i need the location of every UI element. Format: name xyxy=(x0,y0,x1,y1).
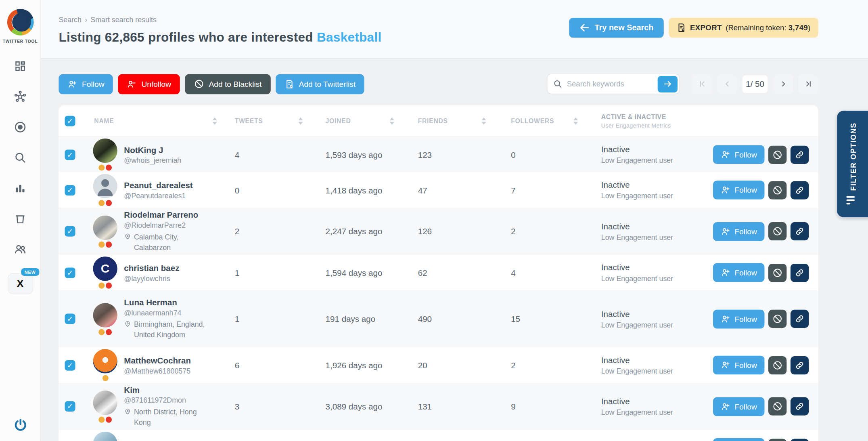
tweets-value: 3 xyxy=(225,402,311,411)
sort-name[interactable] xyxy=(213,117,217,124)
joined-value: 2,247 days ago xyxy=(311,227,402,236)
engagement-dots xyxy=(98,416,112,422)
filter-icon xyxy=(846,196,855,206)
row-follow-button[interactable]: Follow xyxy=(713,438,765,441)
engagement-dot xyxy=(98,283,105,289)
add-to-twitterlist-button[interactable]: Add to Twitterlist xyxy=(276,74,364,94)
status-badge: Inactive xyxy=(601,355,707,364)
title-keyword: Basketball xyxy=(317,30,382,44)
status-badge: Inactive xyxy=(601,309,707,318)
unfollow-bulk-button[interactable]: Unfollow xyxy=(118,74,180,94)
audience-target-icon[interactable] xyxy=(14,121,27,134)
row-blacklist-button[interactable] xyxy=(769,263,787,281)
analytics-icon[interactable] xyxy=(14,182,27,195)
row-profile-link-button[interactable] xyxy=(791,145,809,164)
row-checkbox[interactable]: ✓ xyxy=(65,267,75,278)
users-icon[interactable] xyxy=(14,243,27,256)
row-follow-button[interactable]: Follow xyxy=(713,309,765,328)
export-button[interactable]: EXPORT (Remaining token: 3,749) xyxy=(669,18,818,38)
row-profile-link-button[interactable] xyxy=(791,263,809,281)
app-logo[interactable]: TWITTER TOOL xyxy=(0,9,40,44)
row-blacklist-button[interactable] xyxy=(769,181,787,199)
row-checkbox[interactable]: ✓ xyxy=(65,149,75,160)
link-icon xyxy=(795,402,805,411)
sort-followers[interactable] xyxy=(573,117,578,124)
link-icon xyxy=(795,150,805,159)
row-checkbox[interactable]: ✓ xyxy=(65,401,75,412)
app-window: TWITTER TOOL X NEW Search›Smart search r… xyxy=(0,0,868,441)
location-pin-icon xyxy=(124,320,131,327)
keyword-search xyxy=(547,74,680,94)
row-profile-link-button[interactable] xyxy=(791,397,809,416)
export-note: (Remaining token: 3,749) xyxy=(726,23,810,32)
select-all-checkbox[interactable]: ✓ xyxy=(65,116,75,126)
row-blacklist-button[interactable] xyxy=(769,397,787,416)
row-profile-link-button[interactable] xyxy=(791,356,809,374)
sort-joined[interactable] xyxy=(390,117,394,124)
row-checkbox[interactable]: ✓ xyxy=(65,185,75,195)
dashboard-icon[interactable] xyxy=(14,60,27,73)
search-submit-button[interactable] xyxy=(658,76,678,92)
first-page-button[interactable] xyxy=(692,75,712,94)
try-new-search-button[interactable]: Try new Search xyxy=(569,18,663,38)
breadcrumb-separator: › xyxy=(85,15,87,24)
follow-bulk-button[interactable]: Follow xyxy=(59,74,113,94)
row-profile-link-button[interactable] xyxy=(791,222,809,240)
search-nav-icon[interactable] xyxy=(14,151,27,164)
sort-tweets[interactable] xyxy=(298,117,303,124)
row-follow-button[interactable]: Follow xyxy=(713,263,765,282)
prev-page-button[interactable] xyxy=(717,75,736,94)
profile-location: Birmingham, England, United Kingdom xyxy=(124,319,212,340)
row-follow-button[interactable]: Follow xyxy=(713,397,765,416)
search-input[interactable] xyxy=(563,80,658,88)
profile-location: Calamba City, Calabarzon xyxy=(124,232,212,253)
sort-friends[interactable] xyxy=(481,117,486,124)
table-header-row: ✓ NAME TWEETS JOINED FRIENDS FOLLOWERS A… xyxy=(59,105,818,137)
followers-value: 2 xyxy=(494,227,586,236)
followers-value: 2 xyxy=(494,360,586,370)
row-profile-link-button[interactable] xyxy=(791,181,809,199)
row-follow-button[interactable]: Follow xyxy=(713,222,765,241)
row-actions: Follow xyxy=(706,438,818,441)
location-pin-icon xyxy=(124,407,131,415)
link-icon xyxy=(795,268,805,277)
row-profile-link-button[interactable] xyxy=(791,310,809,328)
row-profile-link-button[interactable] xyxy=(791,439,809,441)
pagination: 1/ 50 xyxy=(692,75,818,94)
status-cell: InactiveLow Engagement user xyxy=(586,180,706,200)
export-label: EXPORT xyxy=(690,23,722,32)
row-blacklist-button[interactable] xyxy=(769,310,787,328)
row-checkbox[interactable]: ✓ xyxy=(65,226,75,237)
next-page-button[interactable] xyxy=(773,75,793,94)
logout-button[interactable] xyxy=(0,418,40,432)
last-page-button[interactable] xyxy=(798,75,818,94)
engagement-dot xyxy=(98,200,105,206)
row-follow-button[interactable]: Follow xyxy=(713,181,765,200)
row-checkbox[interactable]: ✓ xyxy=(65,313,75,324)
row-blacklist-button[interactable] xyxy=(769,222,787,240)
table-row: ✓Luna Herman@lunaaermanh74Birmingham, En… xyxy=(59,290,818,347)
row-follow-button[interactable]: Follow xyxy=(713,356,765,375)
trash-icon[interactable] xyxy=(14,212,27,225)
status-detail: Low Engagement user xyxy=(601,321,707,329)
default-avatar-icon xyxy=(93,174,117,198)
row-follow-button[interactable]: Follow xyxy=(713,145,765,164)
x-twitter-nav-item[interactable]: X NEW xyxy=(8,273,33,294)
profile-handle: @layylowchris xyxy=(124,274,179,282)
sidebar: TWITTER TOOL X NEW xyxy=(0,0,40,441)
filter-options-tab[interactable]: FILTER OPTIONS xyxy=(837,111,868,217)
row-blacklist-button[interactable] xyxy=(769,145,787,164)
table-row: ✓Cchristian baez@layylowchris11,594 days… xyxy=(59,255,818,290)
joined-value: 1,594 days ago xyxy=(311,268,402,277)
avatar-block xyxy=(93,432,117,441)
breadcrumb-section[interactable]: Search xyxy=(59,15,82,24)
person-add-icon xyxy=(721,401,731,412)
ban-icon xyxy=(772,313,783,324)
network-icon[interactable] xyxy=(14,90,27,103)
add-to-blacklist-button[interactable]: Add to Blacklist xyxy=(185,74,270,94)
row-blacklist-button[interactable] xyxy=(769,439,787,441)
row-blacklist-button[interactable] xyxy=(769,356,787,374)
status-detail: Low Engagement user xyxy=(601,408,707,416)
row-checkbox[interactable]: ✓ xyxy=(65,360,75,370)
col-tweets: TWEETS xyxy=(235,118,263,124)
